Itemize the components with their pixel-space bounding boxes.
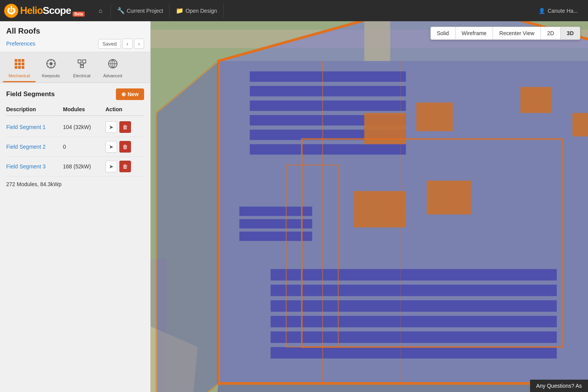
svg-rect-63 xyxy=(18,66,21,69)
segment-2-navigate[interactable]: ➤ xyxy=(105,141,117,153)
svg-rect-60 xyxy=(18,63,21,65)
segment-3-navigate[interactable]: ➤ xyxy=(105,161,117,172)
advanced-label: Advanced xyxy=(103,73,122,78)
table-row: Field Segment 1 104 (32kW) ➤ 🗑 xyxy=(6,117,144,137)
sidebar-panel: All Roofs Preferences Saved ‹ › xyxy=(0,21,151,392)
svg-rect-33 xyxy=(270,269,557,281)
segment-3-name[interactable]: Field Segment 3 xyxy=(6,163,63,170)
map-controls: Solid Wireframe Recenter View 2D 3D xyxy=(430,27,580,40)
segment-2-name[interactable]: Field Segment 2 xyxy=(6,144,63,150)
svg-rect-64 xyxy=(22,66,24,69)
solid-button[interactable]: Solid xyxy=(431,27,455,39)
svg-rect-59 xyxy=(15,63,17,65)
advanced-icon xyxy=(107,58,118,72)
segment-1-actions: ➤ 🗑 xyxy=(105,121,144,133)
svg-rect-58 xyxy=(22,59,24,62)
keepouts-label: Keepouts xyxy=(42,73,59,78)
new-label: New xyxy=(127,91,139,97)
svg-rect-36 xyxy=(270,316,557,328)
svg-rect-40 xyxy=(416,103,453,131)
sidebar-header: All Roofs Preferences Saved ‹ › xyxy=(0,21,150,52)
home-icon: ⌂ xyxy=(99,7,102,14)
svg-rect-76 xyxy=(83,60,86,63)
svg-rect-62 xyxy=(15,66,17,69)
current-project-button[interactable]: 🔧 Current Project xyxy=(111,4,170,17)
svg-rect-56 xyxy=(15,59,17,62)
tool-advanced[interactable]: Advanced xyxy=(97,55,128,82)
table-row: Field Segment 3 168 (52kW) ➤ 🗑 xyxy=(6,157,144,176)
svg-rect-32 xyxy=(250,144,406,154)
svg-rect-61 xyxy=(22,63,24,65)
modules-summary: 272 Modules, 84.3kWp xyxy=(6,176,144,189)
svg-rect-54 xyxy=(364,21,390,61)
plus-icon: ⊕ xyxy=(121,91,126,97)
electrical-label: Electrical xyxy=(73,73,90,78)
preferences-link[interactable]: Preferences xyxy=(6,41,35,47)
tool-keepouts[interactable]: Keepouts xyxy=(36,55,66,82)
user-icon: 👤 xyxy=(539,8,545,14)
user-name: Canute Ha... xyxy=(547,8,578,14)
svg-rect-75 xyxy=(78,60,81,63)
saved-button[interactable]: Saved xyxy=(98,39,121,49)
segment-2-delete[interactable]: 🗑 xyxy=(119,141,131,153)
new-segment-button[interactable]: ⊕ New xyxy=(116,88,144,100)
field-segments-title: Field Segments xyxy=(6,90,55,98)
tool-mechanical[interactable]: Mechanical xyxy=(3,55,36,82)
main-area: All Roofs Preferences Saved ‹ › xyxy=(0,21,588,392)
logo-text: HelioScope xyxy=(20,5,71,17)
col-action: Action xyxy=(105,106,144,112)
prev-arrow[interactable]: ‹ xyxy=(122,39,133,49)
segment-1-navigate[interactable]: ➤ xyxy=(105,121,117,133)
svg-rect-44 xyxy=(573,113,588,137)
svg-rect-35 xyxy=(270,300,557,312)
svg-rect-41 xyxy=(354,191,406,227)
home-button[interactable]: ⌂ xyxy=(92,4,111,17)
3d-button[interactable]: 3D xyxy=(561,27,580,39)
next-arrow[interactable]: › xyxy=(134,39,144,49)
svg-rect-57 xyxy=(18,59,21,62)
svg-rect-29 xyxy=(250,100,406,111)
questions-badge[interactable]: Any Questions? As xyxy=(530,380,588,392)
open-design-button[interactable]: 📁 Open Design xyxy=(170,4,224,17)
folder-icon: 📁 xyxy=(176,7,184,14)
svg-rect-43 xyxy=(520,87,552,113)
segment-3-delete[interactable]: 🗑 xyxy=(119,161,131,172)
sidebar-title: All Roofs xyxy=(6,27,144,36)
keepouts-icon xyxy=(46,58,56,72)
electrical-icon xyxy=(76,58,87,72)
field-segments-section: Field Segments ⊕ New Description Modules… xyxy=(0,83,150,392)
prefs-row: Preferences Saved ‹ › xyxy=(6,39,144,49)
segment-1-delete[interactable]: 🗑 xyxy=(119,121,131,133)
logo-icon: ⏻ xyxy=(4,3,19,18)
saved-nav: Saved ‹ › xyxy=(98,39,144,49)
beta-badge: Beta xyxy=(73,12,85,17)
tool-bar: Mechanical xyxy=(0,52,150,83)
current-project-label: Current Project xyxy=(127,8,163,14)
segment-3-modules: 168 (52kW) xyxy=(63,163,105,170)
2d-button[interactable]: 2D xyxy=(541,27,561,39)
wireframe-button[interactable]: Wireframe xyxy=(455,27,493,39)
svg-rect-37 xyxy=(270,331,557,343)
segment-3-actions: ➤ 🗑 xyxy=(105,161,144,172)
segment-2-actions: ➤ 🗑 xyxy=(105,141,144,153)
svg-rect-42 xyxy=(427,181,471,215)
mechanical-label: Mechanical xyxy=(8,73,30,78)
wrench-icon: 🔧 xyxy=(117,7,125,14)
svg-rect-38 xyxy=(270,347,557,359)
svg-point-66 xyxy=(49,62,53,65)
segment-1-modules: 104 (32kW) xyxy=(63,124,105,130)
logo: ⏻ HelioScope Beta xyxy=(4,3,85,18)
col-description: Description xyxy=(6,106,63,112)
tool-electrical[interactable]: Electrical xyxy=(66,55,97,82)
user-info: 👤 Canute Ha... xyxy=(532,8,584,14)
svg-rect-27 xyxy=(250,71,406,82)
svg-text:⏻: ⏻ xyxy=(7,5,15,15)
col-modules: Modules xyxy=(63,106,105,112)
open-design-label: Open Design xyxy=(185,8,217,14)
segment-1-name[interactable]: Field Segment 1 xyxy=(6,124,63,130)
table-row: Field Segment 2 0 ➤ 🗑 xyxy=(6,137,144,157)
recenter-button[interactable]: Recenter View xyxy=(493,27,541,39)
top-nav: ⏻ HelioScope Beta ⌂ 🔧 Current Project 📁 … xyxy=(0,0,588,21)
svg-marker-26 xyxy=(156,61,219,392)
table-header: Description Modules Action xyxy=(6,105,144,116)
